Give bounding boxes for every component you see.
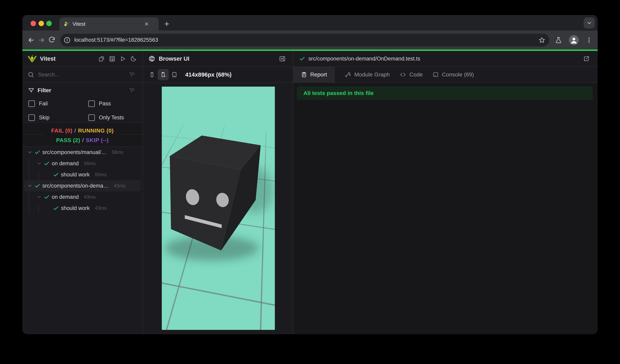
tab-label: Report xyxy=(310,72,327,78)
check-icon xyxy=(44,160,50,166)
new-tab-button[interactable] xyxy=(162,19,171,29)
open-panel-right-icon[interactable] xyxy=(279,56,286,62)
tree-row-test[interactable]: should work 43ms xyxy=(24,203,141,214)
check-icon xyxy=(53,205,59,211)
collapse-panels-icon[interactable] xyxy=(98,56,105,62)
dark-mode-moon-icon[interactable] xyxy=(130,56,136,62)
check-icon xyxy=(34,183,40,189)
tab-label: Console (69) xyxy=(442,72,474,78)
reload-button[interactable] xyxy=(47,35,57,45)
search-icon xyxy=(28,71,34,78)
module-graph-icon xyxy=(345,72,351,78)
back-button[interactable] xyxy=(26,35,36,45)
browser-toolbar: localhost:5173/#/?file=1828625563 xyxy=(22,30,598,49)
address-bar[interactable]: localhost:5173/#/?file=1828625563 xyxy=(60,34,549,46)
close-window-button[interactable] xyxy=(31,21,36,26)
browser-tab[interactable]: Vitest xyxy=(59,17,159,30)
fail-count: FAIL (0) xyxy=(51,128,72,134)
pass-count: PASS (2) xyxy=(56,137,80,143)
file-pass-check-icon xyxy=(299,56,305,62)
progress-accent-bar xyxy=(22,49,598,51)
check-icon xyxy=(44,194,50,200)
test-case-name: should work xyxy=(61,205,90,211)
browser-window: Vitest localhost:5173/#/?file=1828625563 xyxy=(22,15,598,334)
clear-filters-icon[interactable] xyxy=(129,87,135,94)
tab-report[interactable]: Report xyxy=(293,67,335,82)
device-tablet-button[interactable] xyxy=(169,69,180,80)
device-viewport[interactable] xyxy=(162,87,275,330)
tab-code[interactable]: Code xyxy=(390,67,423,82)
vitest-sidebar: Vitest xyxy=(22,51,142,334)
chevron-down-icon[interactable] xyxy=(27,183,32,188)
filter-checkbox-pass[interactable] xyxy=(88,100,95,107)
menu-kebab-icon[interactable] xyxy=(586,37,592,44)
clipboard-icon xyxy=(301,72,307,78)
test-suite-name: on demand xyxy=(52,194,79,200)
tab-console[interactable]: Console (69) xyxy=(423,67,474,82)
forward-button[interactable] xyxy=(36,35,47,45)
run-tests-play-icon[interactable] xyxy=(120,56,126,62)
globe-icon xyxy=(148,55,155,62)
tab-label: Code xyxy=(409,72,423,78)
bookmark-star-icon[interactable] xyxy=(539,37,545,44)
robot-cube-3d xyxy=(162,87,275,330)
test-duration: 56ms xyxy=(112,149,124,155)
check-icon xyxy=(53,172,59,178)
filter-checkbox-only-tests[interactable] xyxy=(88,114,95,121)
sidebar-app-title: Vitest xyxy=(40,56,56,62)
filter-label[interactable]: Only Tests xyxy=(99,115,142,121)
filter-title: Filter xyxy=(38,87,51,94)
url-text[interactable]: localhost:5173/#/?file=1828625563 xyxy=(74,37,539,43)
chevron-down-icon[interactable] xyxy=(37,161,42,166)
maximize-window-button[interactable] xyxy=(46,21,52,26)
filter-label[interactable]: Pass xyxy=(99,101,142,107)
browser-panel-title: Browser UI xyxy=(159,56,189,62)
tree-row-suite[interactable]: on demand 43ms xyxy=(24,191,141,203)
skip-count: SKIP (--) xyxy=(86,137,109,143)
browser-ui-panel: Browser UI 414x896px (68%) xyxy=(143,51,293,334)
check-icon xyxy=(34,149,40,155)
viewport-size-label: 414x896px (68%) xyxy=(185,72,232,78)
filter-label[interactable]: Skip xyxy=(39,115,82,121)
test-stats-summary: FAIL (0)/RUNNING (0) PASS (2)/SKIP (--) xyxy=(22,122,142,147)
banner-text: All tests passed in this file xyxy=(303,90,374,96)
test-duration: 56ms xyxy=(84,161,96,166)
device-phone-small-button[interactable] xyxy=(146,69,158,80)
test-duration: 55ms xyxy=(95,172,107,177)
tree-row-file-selected[interactable]: src/components/on-dema… 43ms xyxy=(24,180,141,191)
external-link-icon[interactable] xyxy=(583,56,590,62)
close-tab-icon[interactable] xyxy=(143,20,150,28)
clear-search-filter-icon[interactable] xyxy=(129,72,135,78)
test-file-name: src/components/manual/… xyxy=(42,149,107,156)
tab-label: Module Graph xyxy=(354,72,390,78)
report-tab-bar: Report Module Graph Code xyxy=(293,67,598,83)
chevron-down-icon[interactable] xyxy=(27,150,32,155)
test-duration: 43ms xyxy=(84,194,96,200)
minimize-window-button[interactable] xyxy=(39,21,44,26)
vitest-favicon-icon xyxy=(64,21,70,27)
stats-separator: / xyxy=(80,137,86,143)
filter-checkbox-skip[interactable] xyxy=(28,114,35,121)
search-input[interactable] xyxy=(38,72,114,78)
test-duration: 43ms xyxy=(114,183,126,189)
vitest-logo-icon xyxy=(28,54,37,63)
filter-checkbox-fail[interactable] xyxy=(28,100,35,107)
site-info-icon[interactable] xyxy=(63,37,71,44)
filter-label[interactable]: Fail xyxy=(39,101,82,107)
tab-search-button[interactable] xyxy=(584,17,595,29)
stats-separator: / xyxy=(72,128,78,134)
tree-row-suite[interactable]: on demand 56ms xyxy=(24,158,141,169)
tab-strip: Vitest xyxy=(22,15,598,30)
experiments-flask-icon[interactable] xyxy=(555,37,562,44)
tree-row-file[interactable]: src/components/manual/… 56ms xyxy=(24,147,141,158)
tree-row-test[interactable]: should work 55ms xyxy=(24,169,141,180)
test-duration: 43ms xyxy=(95,205,107,211)
all-tests-passed-banner: All tests passed in this file xyxy=(297,87,593,100)
device-phone-plus-button[interactable] xyxy=(158,69,169,80)
app-content: Vitest xyxy=(22,51,598,334)
dashboard-icon[interactable] xyxy=(109,56,115,62)
tab-module-graph[interactable]: Module Graph xyxy=(335,67,390,82)
profile-avatar[interactable] xyxy=(569,35,579,45)
chevron-down-icon[interactable] xyxy=(37,194,42,200)
open-file-path: src/components/on-demand/OnDemand.test.t… xyxy=(309,56,420,62)
